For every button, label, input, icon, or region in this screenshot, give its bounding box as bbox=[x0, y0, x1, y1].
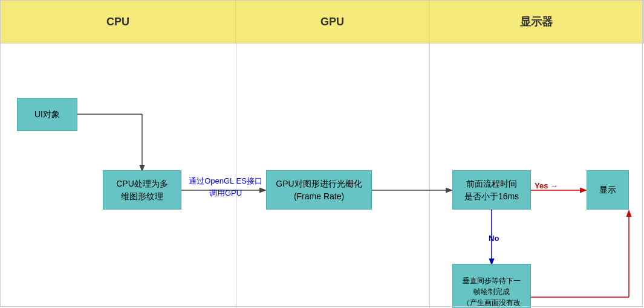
box-show: 显示 bbox=[587, 170, 629, 210]
box-vsync: 垂直同步等待下一帧绘制完成（产生画面没有改变，视觉上卡顿） bbox=[452, 264, 531, 308]
process-check-label: 前面流程时间是否小于16ms bbox=[464, 178, 519, 203]
header-cpu: CPU bbox=[0, 1, 236, 43]
diagram-container: CPU GPU 显示器 bbox=[0, 0, 644, 308]
opengl-text: 通过OpenGL ES接口调用GPU bbox=[189, 176, 262, 197]
header-row: CPU GPU 显示器 bbox=[0, 0, 644, 43]
gpu-raster-label: GPU对图形进行光栅化(Frame Rate) bbox=[276, 178, 362, 203]
col-divider-2 bbox=[429, 43, 430, 308]
vsync-label: 垂直同步等待下一帧绘制完成（产生画面没有改变，视觉上卡顿） bbox=[463, 275, 521, 308]
yes-arrow: → bbox=[550, 181, 558, 190]
display-label: 显示器 bbox=[520, 14, 553, 29]
box-gpu-raster: GPU对图形进行光栅化(Frame Rate) bbox=[266, 170, 372, 210]
cpu-label: CPU bbox=[106, 16, 129, 28]
box-process-check: 前面流程时间是否小于16ms bbox=[452, 170, 531, 210]
cpu-process-label: CPU处理为多维图形纹理 bbox=[116, 178, 168, 203]
show-label: 显示 bbox=[599, 184, 616, 196]
box-ui-object: UI对象 bbox=[17, 98, 77, 131]
header-display: 显示器 bbox=[429, 1, 644, 43]
label-no: No bbox=[489, 234, 499, 243]
yes-text: Yes bbox=[535, 181, 548, 190]
gpu-label: GPU bbox=[320, 16, 344, 28]
label-yes: Yes → bbox=[535, 181, 558, 190]
no-text: No bbox=[489, 234, 499, 243]
content-area: UI对象 CPU处理为多维图形纹理 通过OpenGL ES接口调用GPU GPU… bbox=[0, 43, 644, 308]
header-gpu: GPU bbox=[236, 1, 429, 43]
label-opengl: 通过OpenGL ES接口调用GPU bbox=[186, 175, 265, 199]
ui-object-label: UI对象 bbox=[34, 108, 60, 121]
box-cpu-process: CPU处理为多维图形纹理 bbox=[103, 170, 181, 210]
